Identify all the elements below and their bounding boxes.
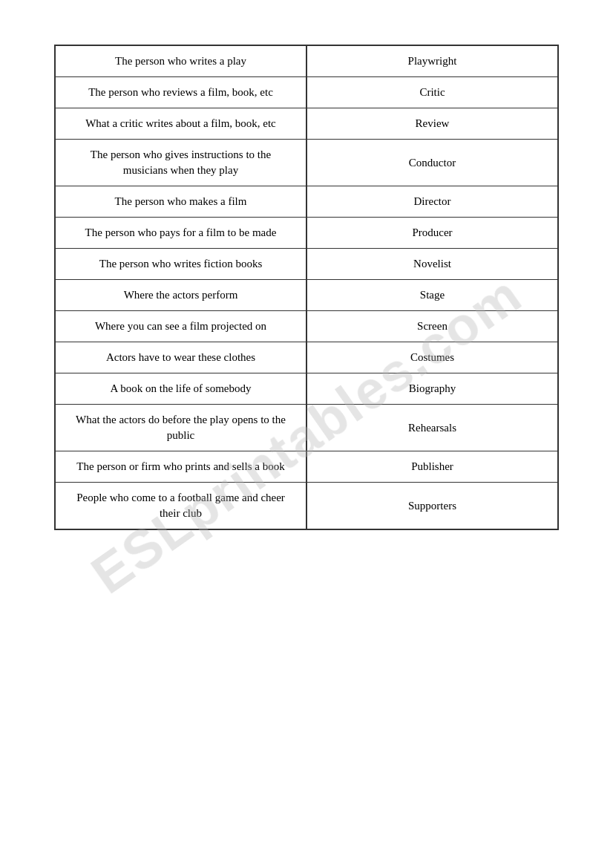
definition-cell: People who come to a football game and c…: [55, 483, 306, 530]
term-cell: Novelist: [306, 249, 558, 280]
definition-cell: The person who makes a film: [55, 186, 306, 218]
term-cell: Costumes: [306, 342, 558, 373]
table-row: The person or firm who prints and sells …: [55, 451, 558, 483]
table-row: The person who gives instructions to the…: [55, 140, 558, 186]
table-row: Actors have to wear these clothesCostume…: [55, 342, 558, 373]
table-row: Where the actors performStage: [55, 280, 558, 311]
table-row: The person who writes a playPlaywright: [55, 45, 558, 77]
table-row: What a critic writes about a film, book,…: [55, 108, 558, 140]
term-cell: Rehearsals: [306, 405, 558, 451]
definition-cell: The person who writes fiction books: [55, 249, 306, 280]
table-row: The person who makes a filmDirector: [55, 186, 558, 218]
table-row: What the actors do before the play opens…: [55, 405, 558, 451]
vocabulary-table: The person who writes a playPlaywrightTh…: [54, 45, 559, 530]
term-cell: Director: [306, 186, 558, 218]
table-row: The person who writes fiction booksNovel…: [55, 249, 558, 280]
term-cell: Producer: [306, 218, 558, 249]
table-row: Where you can see a film projected onScr…: [55, 311, 558, 342]
term-cell: Screen: [306, 311, 558, 342]
term-cell: Publisher: [306, 451, 558, 483]
definition-cell: The person who pays for a film to be mad…: [55, 218, 306, 249]
definition-cell: The person or firm who prints and sells …: [55, 451, 306, 483]
definition-cell: The person who reviews a film, book, etc: [55, 77, 306, 108]
definition-cell: A book on the life of somebody: [55, 373, 306, 405]
table-row: The person who reviews a film, book, etc…: [55, 77, 558, 108]
table-row: A book on the life of somebodyBiography: [55, 373, 558, 405]
term-cell: Supporters: [306, 483, 558, 530]
term-cell: Stage: [306, 280, 558, 311]
term-cell: Critic: [306, 77, 558, 108]
definition-cell: What a critic writes about a film, book,…: [55, 108, 306, 140]
definition-cell: Where the actors perform: [55, 280, 306, 311]
definition-cell: The person who gives instructions to the…: [55, 140, 306, 186]
table-row: The person who pays for a film to be mad…: [55, 218, 558, 249]
term-cell: Biography: [306, 373, 558, 405]
worksheet-container: ESLprintables.com The person who writes …: [54, 45, 559, 530]
definition-cell: What the actors do before the play opens…: [55, 405, 306, 451]
definition-cell: The person who writes a play: [55, 45, 306, 77]
term-cell: Review: [306, 108, 558, 140]
table-row: People who come to a football game and c…: [55, 483, 558, 530]
term-cell: Playwright: [306, 45, 558, 77]
definition-cell: Actors have to wear these clothes: [55, 342, 306, 373]
definition-cell: Where you can see a film projected on: [55, 311, 306, 342]
term-cell: Conductor: [306, 140, 558, 186]
